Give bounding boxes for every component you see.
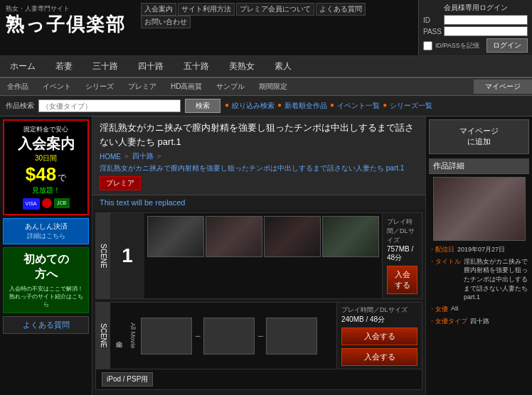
sub-nav: 全作品 イベント シリーズ プレミア HD高画質 サンプル 期間限定 マイページ <box>0 78 532 96</box>
scene1-container: SCENE 1 プレイ時間／DLサイズ 757MB / 48分 入会する <box>95 212 422 299</box>
scene1-join-button[interactable]: 入会する <box>387 266 417 294</box>
detail-title-row: ・タイトル 淫乱熟女がカニ挟みで膣内射精を強要し狙ったチンポは中出しするまで話さ… <box>429 257 529 302</box>
full-size-label: プレイ時間／DLサイズ <box>341 305 417 315</box>
scene-full-label: SCENE <box>96 303 110 369</box>
full-size-val: 240MB / 48分 <box>341 315 417 325</box>
nav-gojiro[interactable]: 五十路 <box>174 56 219 77</box>
hajimete-banner[interactable]: 初めての方へ 入会時の不安はここで解消！ 熟れっ子のサイト紹介はこちら <box>3 247 89 313</box>
subnav-sample[interactable]: サンプル <box>209 80 252 94</box>
all-movie-label2: All Movie <box>128 321 138 350</box>
top-nav: 入会案内 サイト利用方法 プレミア会員について よくある質問 お問い合わせ <box>135 0 418 55</box>
sidebar-right: マイページに追加 作品詳細 ・配信日 2019年07月27日 ・タイトル 淫乱熟… <box>425 117 532 395</box>
login-button[interactable]: ログイン <box>486 38 528 53</box>
nav-shirouto[interactable]: 素人 <box>265 56 302 77</box>
banner-days: 30日間 <box>7 153 85 163</box>
login-id-field: ID <box>423 15 528 25</box>
all-movie-label: 全編 <box>113 335 125 337</box>
banner-view: 見放題！ <box>7 185 85 195</box>
search-input[interactable] <box>38 99 181 112</box>
site-subtitle: 熟女・人妻専門サイト <box>6 4 129 13</box>
banner-price: $48 <box>26 163 56 185</box>
full-thumb-2 <box>203 318 255 355</box>
scene-full-row1: SCENE 全編 All Movie − − プレイ時間／DLサイズ 240MB… <box>96 303 422 369</box>
ipod-label: iPod / PSP用 <box>102 372 153 386</box>
top-nav-row1: 入会案内 サイト利用方法 プレミア会員について よくある質問 <box>141 3 413 16</box>
breadcrumb-home[interactable]: HOME <box>100 153 121 161</box>
scene1-size-val: 757MB / 48分 <box>387 245 417 263</box>
login-id-label: ID <box>423 16 442 24</box>
top-nav-row2: お問い合わせ <box>141 16 413 28</box>
breadcrumb-category[interactable]: 四十路 <box>132 151 154 161</box>
search-link-series[interactable]: シリーズ一覧 <box>390 101 432 111</box>
login-pass-field: PASS <box>423 26 528 36</box>
work-detail-title: 作品詳細 <box>429 158 529 174</box>
nav-premier[interactable]: プレミア会員について <box>236 3 314 16</box>
nav-home[interactable]: ホーム <box>0 56 46 77</box>
nav-wakatsuma[interactable]: 若妻 <box>46 56 83 77</box>
detail-actress-row: ・女優 Ati <box>429 305 529 314</box>
search-link-narrow[interactable]: 絞り込み検索 <box>232 101 275 111</box>
detail-type-row: ・女優タイプ 四十路 <box>429 317 529 326</box>
subnav-premier[interactable]: プレミア <box>121 80 164 94</box>
breadcrumb-current[interactable]: 淫乱熟女がカニ挟みで膣内射精を強要し狙ったチンポは中出しするまで話さない人妻たち… <box>100 163 404 173</box>
full-thumb-1 <box>141 318 192 355</box>
nav-usage[interactable]: サイト利用方法 <box>178 3 235 16</box>
full-thumb-3 <box>266 318 317 355</box>
top-bar: 熟女・人妻専門サイト 熟っ子倶楽部 入会案内 サイト利用方法 プレミア会員につい… <box>0 0 532 56</box>
login-pass-input[interactable] <box>444 26 528 36</box>
mypage-add-label: マイページに追加 <box>432 126 526 148</box>
detail-actress-val: Ati <box>451 305 459 314</box>
entry-banner[interactable]: 固定料金で安心 入会案内 30日間 $48 で 見放題！ VISA JCB <box>3 119 89 215</box>
hajimete-title: 初めての方へ <box>6 252 85 282</box>
subnav-limited[interactable]: 期間限定 <box>252 80 294 94</box>
banner-title: 入会案内 <box>7 134 85 153</box>
thumb-3 <box>264 216 321 257</box>
login-id-input[interactable] <box>444 15 528 25</box>
premiere-badge: プレミア <box>100 176 141 190</box>
detail-title-val: 淫乱熟女がカニ挟みで膣内射精を強要し狙ったチンポは中出しするまで話さない人妻たち… <box>464 257 529 302</box>
dash-2: − <box>257 330 263 342</box>
subnav-all[interactable]: 全作品 <box>0 80 36 94</box>
ansin-banner[interactable]: あんしん決済 詳細はこちら <box>3 218 89 244</box>
thumb-4 <box>322 216 379 257</box>
scene1-number: 1 <box>110 213 144 298</box>
nav-entry[interactable]: 入会案内 <box>141 3 176 16</box>
search-button[interactable]: 検索 <box>185 99 220 113</box>
detail-actress-label: ・女優 <box>429 305 448 314</box>
nav-bijukujo[interactable]: 美熟女 <box>219 56 265 77</box>
detail-type-label: ・女優タイプ <box>429 317 467 326</box>
banner-cards: VISA JCB <box>7 198 85 210</box>
detail-release-label: ・配信日 <box>429 245 454 254</box>
detail-title-label: ・タイトル <box>429 257 461 302</box>
site-logo: 熟女・人妻専門サイト 熟っ子倶楽部 <box>0 0 135 55</box>
detail-release: ・配信日 2019年07月27日 <box>429 245 529 254</box>
subnav-event[interactable]: イベント <box>36 80 78 94</box>
full-join-button1[interactable]: 入会する <box>341 328 417 345</box>
mypage-add-box[interactable]: マイページに追加 <box>429 119 529 154</box>
login-box: 会員様専用ログイン ID PASS ID/PASSを記憶 ログイン <box>418 0 532 55</box>
nav-sanjiro[interactable]: 三十路 <box>83 56 128 77</box>
full-join-button2[interactable]: 入会する <box>341 348 417 366</box>
search-link-events[interactable]: イベント一覧 <box>337 101 380 111</box>
detail-release-val: 2019年07月27日 <box>457 245 505 254</box>
search-link-new[interactable]: 新着順全作品 <box>284 101 327 111</box>
sidebar-left: 固定料金で安心 入会案内 30日間 $48 で 見放題！ VISA JCB あん… <box>0 117 92 395</box>
search-label: 作品検索 <box>6 101 34 111</box>
main-content: 淫乱熟女がカニ挟みで膣内射精を強要し狙ったチンポは中出しするまで話さない人妻たち… <box>92 117 425 395</box>
mastercard-icon <box>42 198 52 208</box>
breadcrumb-sep2: ＞ <box>156 151 163 161</box>
scene-full-container: SCENE 全編 All Movie − − プレイ時間／DLサイズ 240MB… <box>95 302 422 390</box>
site-title: 熟っ子倶楽部 <box>6 13 129 36</box>
nav-faq[interactable]: よくある質問 <box>316 3 366 16</box>
nav-contact[interactable]: お問い合わせ <box>141 16 191 28</box>
subnav-series[interactable]: シリーズ <box>78 80 121 94</box>
login-remember-checkbox[interactable] <box>423 41 432 50</box>
ansin-sub: 詳細はこちら <box>6 232 85 241</box>
banner-unit: で <box>58 172 66 184</box>
faq-link[interactable]: よくある質問 <box>3 316 89 334</box>
login-bottom: ID/PASSを記憶 ログイン <box>423 38 528 53</box>
mypage-button[interactable]: マイページ <box>474 80 532 94</box>
jcb-icon: JCB <box>54 198 70 208</box>
nav-yosojiro[interactable]: 四十路 <box>128 56 174 77</box>
subnav-hd[interactable]: HD高画質 <box>164 80 209 94</box>
